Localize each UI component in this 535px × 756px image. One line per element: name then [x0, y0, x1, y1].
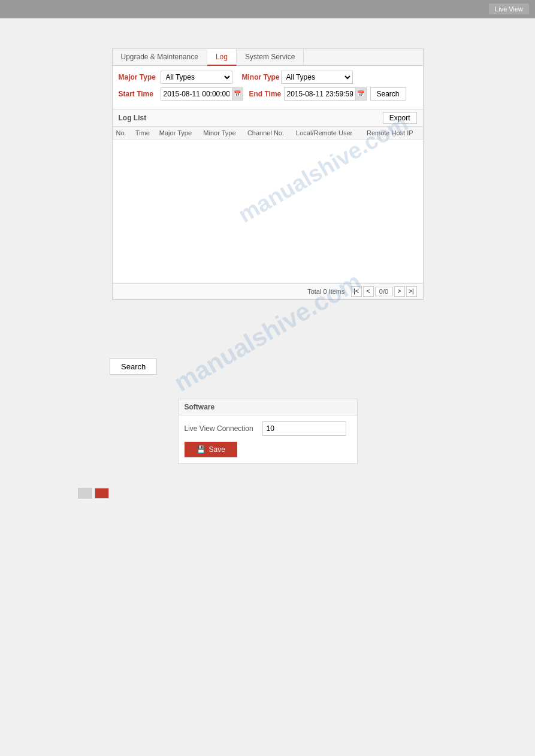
color-swatches: [78, 488, 535, 499]
col-channel-no: Channel No.: [244, 127, 292, 139]
standalone-search-section: manualshive.com Search: [0, 318, 535, 375]
tab-log[interactable]: Log: [207, 49, 237, 66]
end-time-control: 📅: [284, 87, 367, 101]
type-row: Major Type All Types Alarm Exception Ope…: [119, 71, 417, 84]
software-panel-body: Live View Connection 💾 Save: [179, 415, 357, 463]
export-button[interactable]: Export: [383, 112, 417, 124]
log-table-body: [113, 139, 423, 283]
log-section: manualshive.com Upgrade & Maintenance Lo…: [0, 48, 535, 300]
major-type-select[interactable]: All Types Alarm Exception Operation Info…: [161, 71, 232, 84]
live-view-button[interactable]: Live View: [489, 4, 529, 14]
save-icon: 💾: [197, 445, 205, 454]
next-page-button[interactable]: >: [394, 286, 405, 297]
log-list-title: Log List: [119, 114, 147, 122]
start-time-control: 📅: [161, 87, 243, 101]
col-remote-host-ip: Remote Host IP: [363, 127, 423, 139]
major-type-control: All Types Alarm Exception Operation Info…: [161, 71, 232, 84]
tab-upgrade-maintenance[interactable]: Upgrade & Maintenance: [113, 49, 207, 65]
standalone-search-button[interactable]: Search: [110, 359, 157, 375]
swatch-red: [95, 488, 109, 499]
start-time-label: Start Time: [119, 90, 161, 98]
table-footer: Total 0 Items |< < 0/0 > >|: [113, 283, 423, 299]
col-major-type: Major Type: [156, 127, 200, 139]
col-no: No.: [113, 127, 132, 139]
page-nav: |< < 0/0 > >|: [351, 286, 417, 297]
top-bar: Live View: [0, 0, 535, 18]
end-time-input[interactable]: [284, 87, 356, 101]
end-time-calendar-icon[interactable]: 📅: [356, 87, 367, 101]
software-panel-title: Software: [179, 399, 357, 415]
end-time-label: End Time: [249, 90, 284, 98]
search-button[interactable]: Search: [370, 87, 406, 101]
swatch-gray: [78, 488, 92, 499]
minor-type-label: Minor Type: [242, 73, 281, 81]
tab-system-service[interactable]: System Service: [237, 49, 304, 65]
save-button[interactable]: 💾 Save: [185, 442, 237, 457]
standalone-search-container: Search: [110, 359, 535, 375]
log-table: No. Time Major Type Minor Type Channel N…: [113, 127, 423, 283]
first-page-button[interactable]: |<: [351, 286, 362, 297]
tab-bar: Upgrade & Maintenance Log System Service: [113, 49, 423, 66]
col-time: Time: [132, 127, 156, 139]
start-time-input[interactable]: [161, 87, 232, 101]
live-view-row: Live View Connection: [185, 421, 351, 436]
last-page-button[interactable]: >|: [406, 286, 417, 297]
table-header-row: No. Time Major Type Minor Type Channel N…: [113, 127, 423, 139]
time-row: Start Time 📅 End Time 📅 Search: [119, 87, 417, 101]
software-section: Software Live View Connection 💾 Save: [0, 399, 535, 499]
page-display: 0/0: [375, 287, 393, 296]
minor-type-control: All Types: [281, 71, 353, 84]
major-type-label: Major Type: [119, 73, 161, 81]
log-panel: Upgrade & Maintenance Log System Service…: [112, 48, 424, 300]
software-panel: Software Live View Connection 💾 Save: [178, 399, 358, 464]
live-view-input[interactable]: [262, 421, 346, 436]
col-minor-type: Minor Type: [200, 127, 244, 139]
page-content: manualshive.com Upgrade & Maintenance Lo…: [0, 19, 535, 517]
prev-page-button[interactable]: <: [363, 286, 374, 297]
start-time-calendar-icon[interactable]: 📅: [232, 87, 243, 101]
live-view-label: Live View Connection: [185, 424, 262, 433]
form-section: Major Type All Types Alarm Exception Ope…: [113, 66, 423, 109]
total-items: Total 0 Items: [307, 288, 344, 295]
col-user: Local/Remote User: [292, 127, 363, 139]
save-label: Save: [209, 445, 225, 454]
minor-type-select[interactable]: All Types: [281, 71, 353, 84]
log-list-header: Log List Export: [113, 109, 423, 127]
